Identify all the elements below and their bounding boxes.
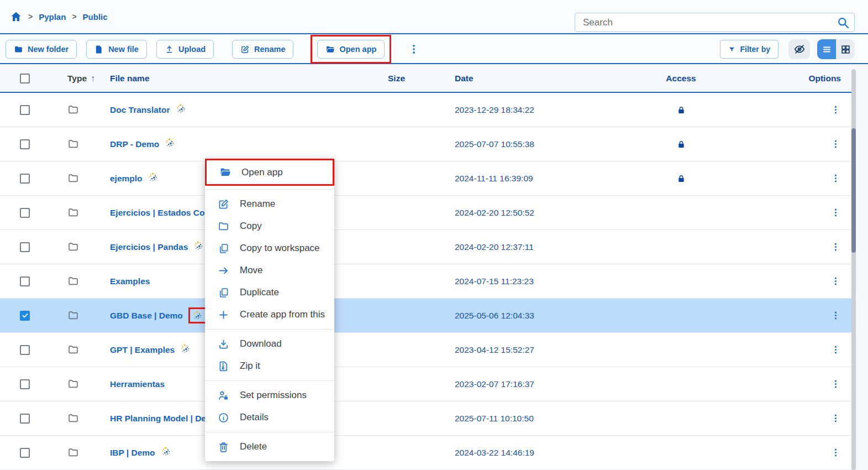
access-cell <box>627 174 735 183</box>
file-name-link[interactable]: Herramientas <box>110 379 165 389</box>
row-checkbox[interactable] <box>20 242 30 252</box>
row-checkbox[interactable] <box>20 379 30 389</box>
toggle-hidden-files-button[interactable] <box>788 39 810 59</box>
row-options-icon[interactable] <box>830 276 841 286</box>
grid-view-button[interactable] <box>836 39 855 59</box>
table-row[interactable]: IBP | Demo 2024-03-22 14:46:19 <box>0 436 855 470</box>
breadcrumb-separator: > <box>28 12 33 21</box>
file-name-link[interactable]: Ejercicios | Pandas <box>110 242 188 252</box>
context-menu-item-download[interactable]: Download <box>205 333 334 355</box>
filter-by-button[interactable]: Filter by <box>720 40 778 59</box>
open-folder-icon <box>325 45 335 54</box>
table-row[interactable]: DRP - Demo 2025-07-07 10:55:38 <box>0 127 855 161</box>
row-options-icon[interactable] <box>830 310 841 321</box>
file-name-link[interactable]: Examples <box>110 276 150 286</box>
table-row[interactable]: Ejercicios | Estados Contab 2024-02-20 1… <box>0 196 855 230</box>
column-header-type[interactable]: Type ↑ <box>55 74 99 83</box>
row-checkbox[interactable] <box>20 311 30 321</box>
breadcrumb-item-public[interactable]: Public <box>83 12 108 22</box>
context-menu-item-copy-to-workspace[interactable]: Copy to workspace <box>205 237 334 259</box>
context-menu-item-open-app[interactable]: Open app <box>207 160 333 184</box>
file-name-link[interactable]: IBP | Demo <box>110 448 155 458</box>
context-menu-item-duplicate[interactable]: Duplicate <box>205 281 334 304</box>
file-name-link[interactable]: HR Planning Model | Demo <box>110 414 219 424</box>
filter-by-label: Filter by <box>740 45 770 54</box>
app-icon-wrap <box>193 241 204 253</box>
vertical-scrollbar-track[interactable] <box>851 69 856 470</box>
home-icon[interactable] <box>10 11 22 23</box>
context-menu-item-zip-it[interactable]: Zip it <box>205 355 334 377</box>
toolbar-more-options-icon[interactable] <box>408 43 420 55</box>
list-view-button[interactable] <box>817 39 836 59</box>
row-checkbox[interactable] <box>20 448 30 458</box>
row-checkbox[interactable] <box>20 139 30 149</box>
column-header-size[interactable]: Size <box>370 74 423 83</box>
person-lock-icon <box>218 390 229 401</box>
new-file-button[interactable]: New file <box>86 40 147 59</box>
table-row[interactable]: Examples 2024-07-15 11:23:23 <box>0 264 855 299</box>
file-name-link[interactable]: GBD Base | Demo <box>110 311 183 321</box>
column-header-date[interactable]: Date <box>423 74 627 83</box>
row-checkbox[interactable] <box>20 208 30 218</box>
row-options-icon[interactable] <box>830 379 841 389</box>
search-input[interactable] <box>583 17 837 28</box>
row-options-icon[interactable] <box>830 242 841 252</box>
app-icon-wrap <box>188 307 207 323</box>
select-all-checkbox[interactable] <box>20 74 30 83</box>
row-options-icon[interactable] <box>830 447 841 458</box>
context-menu-item-set-permissions[interactable]: Set permissions <box>205 384 334 406</box>
column-header-file-name[interactable]: File name <box>99 74 370 83</box>
breadcrumb-item-pyplan[interactable]: Pyplan <box>39 12 66 22</box>
file-name-link[interactable]: DRP - Demo <box>110 139 159 149</box>
row-options-icon[interactable] <box>830 105 841 115</box>
date-cell: 2024-07-15 11:23:23 <box>455 276 534 286</box>
row-checkbox[interactable] <box>20 174 30 184</box>
folder-icon <box>67 104 79 116</box>
rename-button[interactable]: Rename <box>232 40 293 59</box>
app-icon-wrap <box>165 138 175 150</box>
file-name-link[interactable]: ejemplo <box>110 174 143 184</box>
row-checkbox[interactable] <box>20 105 30 115</box>
info-icon <box>218 412 229 424</box>
vertical-scrollbar-thumb[interactable] <box>851 128 856 253</box>
table-row[interactable]: ejemplo 2024-11-11 16:39:09 <box>0 161 855 196</box>
context-menu-item-create-app-from-this[interactable]: Create app from this <box>205 304 334 326</box>
context-menu-item-rename[interactable]: Rename <box>205 193 334 215</box>
open-folder-icon <box>219 166 231 178</box>
context-menu-item-copy[interactable]: Copy <box>205 215 334 237</box>
context-menu-item-details[interactable]: Details <box>205 406 334 429</box>
table-row[interactable]: Doc Translator 2023-12-29 18:34:22 <box>0 93 855 127</box>
list-view-icon <box>822 44 832 55</box>
row-options-icon[interactable] <box>830 413 841 424</box>
lock-icon <box>677 174 686 183</box>
row-checkbox[interactable] <box>20 345 30 355</box>
row-options-icon[interactable] <box>830 344 841 355</box>
table-row[interactable]: GPT | Examples 2023-04-12 15:52:27 <box>0 333 855 367</box>
row-options-icon[interactable] <box>830 173 841 184</box>
table-row[interactable]: Ejercicios | Pandas 2024-02-20 12:37:11 <box>0 230 855 264</box>
new-folder-button[interactable]: New folder <box>6 40 77 59</box>
context-menu-item-delete[interactable]: Delete <box>205 436 334 458</box>
table-row[interactable]: GBD Base | Demo 2025-05-06 12:04:33 <box>0 299 855 333</box>
search-icon[interactable] <box>837 16 850 29</box>
new-file-icon <box>94 45 104 54</box>
date-cell: 2023-12-29 18:34:22 <box>455 105 534 114</box>
context-menu-item-move[interactable]: Move <box>205 259 334 281</box>
date-cell: 2025-07-07 10:55:38 <box>455 139 534 149</box>
row-options-icon[interactable] <box>830 139 841 149</box>
row-checkbox[interactable] <box>20 414 30 424</box>
open-app-button[interactable]: Open app <box>317 40 385 59</box>
breadcrumb-separator: > <box>72 12 76 21</box>
row-checkbox[interactable] <box>20 276 30 286</box>
file-name-link[interactable]: GPT | Examples <box>110 345 175 355</box>
table-row[interactable]: HR Planning Model | Demo 2025-07-11 10:1… <box>0 401 855 436</box>
upload-button[interactable]: Upload <box>156 40 214 59</box>
access-cell <box>627 106 735 114</box>
file-name-link[interactable]: Doc Translator <box>110 105 170 115</box>
table-row[interactable]: Herramientas 2023-02-07 17:16:37 <box>0 367 855 401</box>
app-sparkle-icon <box>176 103 186 114</box>
folder-outline-icon <box>218 221 229 232</box>
date-cell: 2024-11-11 16:39:09 <box>455 174 533 183</box>
row-options-icon[interactable] <box>830 207 841 218</box>
folder-icon <box>67 138 79 150</box>
